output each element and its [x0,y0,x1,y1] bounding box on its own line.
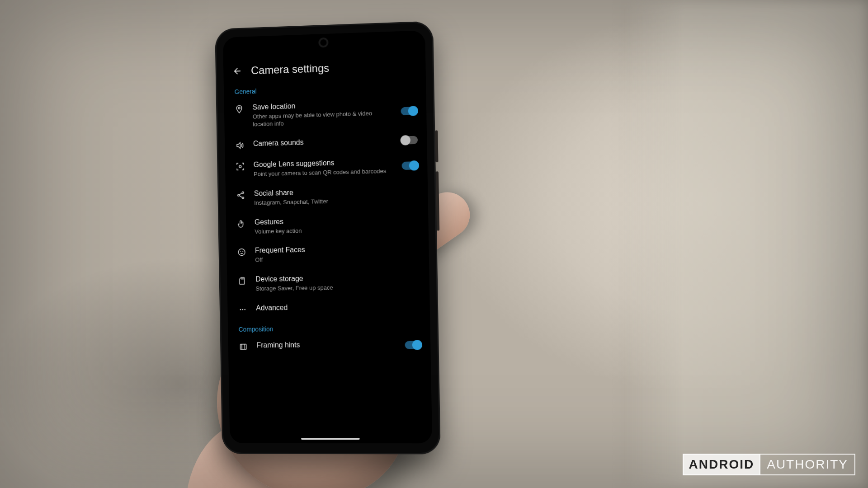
android-authority-watermark: ANDROID AUTHORITY [683,454,855,475]
vignette-overlay [0,0,868,488]
photo-backdrop: Camera settings General Save location Ot… [0,0,868,488]
watermark-brand-bold: ANDROID [683,454,761,475]
watermark-brand-light: AUTHORITY [760,454,855,475]
